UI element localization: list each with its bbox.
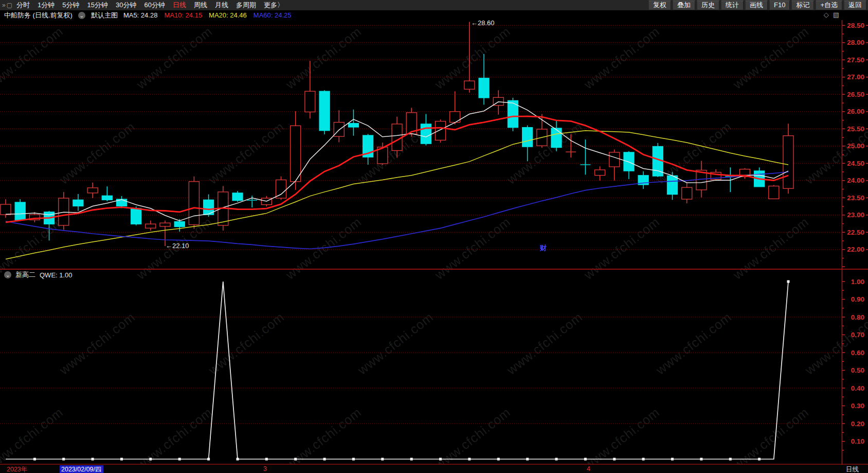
ma20-label: MA20: 24.46	[209, 11, 247, 19]
top-toolbar: »▢ 分时1分钟5分钟15分钟30分钟60分钟日线周线月线多周期更多〉 复权叠加…	[0, 0, 868, 10]
svg-text:0.90: 0.90	[851, 295, 864, 303]
tab-5min[interactable]: 5分钟	[62, 1, 79, 10]
indicator-name[interactable]: 新高二	[15, 270, 35, 279]
tab-30min[interactable]: 30分钟	[116, 1, 136, 10]
tab-15min[interactable]: 15分钟	[87, 1, 108, 10]
symbol-title: 中船防务 (日线.前复权)	[4, 11, 73, 20]
stats-button[interactable]: 统计	[721, 1, 744, 10]
time-axis: 2023年 2023/02/09/四 3 4 日线	[0, 465, 868, 473]
toolbar-buttons: 复权叠加历史统计画线F10标记+自选返回	[648, 1, 868, 10]
split-view-icon[interactable]: ▧	[833, 11, 839, 19]
back-button[interactable]: 返回	[844, 1, 866, 10]
qwe-line	[6, 282, 788, 459]
svg-text:24.00: 24.00	[847, 177, 864, 184]
chevron-down-icon[interactable]: ⌄	[4, 271, 11, 278]
low-price-annotation: ←22.10	[166, 242, 189, 250]
tab-1min[interactable]: 1分钟	[38, 1, 55, 10]
tab-intraday[interactable]: 分时	[16, 1, 30, 10]
svg-text:0.10: 0.10	[851, 437, 864, 445]
diamond-icon[interactable]: ◇	[824, 11, 829, 19]
tab-monthly[interactable]: 月线	[215, 1, 228, 10]
svg-text:0.80: 0.80	[851, 313, 864, 321]
svg-text:23.00: 23.00	[847, 211, 864, 219]
year-label: 2023年	[7, 465, 27, 473]
main-overlay-label[interactable]: 默认主图	[91, 11, 118, 20]
svg-text:0.20: 0.20	[851, 420, 864, 428]
tab-weekly[interactable]: 周线	[194, 1, 207, 10]
svg-text:28.50: 28.50	[847, 22, 864, 29]
window-controls[interactable]: »▢	[0, 2, 16, 9]
svg-text:22.50: 22.50	[847, 229, 864, 236]
tab-60min[interactable]: 60分钟	[144, 1, 165, 10]
f10-button[interactable]: F10	[769, 1, 790, 10]
chart-corner-icons: ◇▧	[824, 11, 839, 19]
svg-text:0.40: 0.40	[851, 384, 864, 392]
draw-line-button[interactable]: 画线	[745, 1, 768, 10]
month-label: 4	[587, 465, 590, 472]
svg-text:0.70: 0.70	[851, 331, 864, 339]
mark-button[interactable]: 标记	[791, 1, 814, 10]
finance-event-marker[interactable]: 财	[540, 243, 547, 253]
double-arrow-icon[interactable]: »	[2, 2, 6, 9]
overlay-button[interactable]: 叠加	[673, 1, 695, 10]
svg-text:22.00: 22.00	[847, 246, 864, 253]
ma60-label: MA60: 24.25	[254, 11, 292, 19]
window-icon[interactable]: ▢	[7, 2, 12, 9]
svg-text:24.50: 24.50	[847, 160, 864, 167]
ma10-label: MA10: 24.15	[164, 11, 202, 19]
indicator-header: ⌄ 新高二 QWE: 1.00	[4, 270, 73, 279]
indicator-value: QWE: 1.00	[40, 271, 73, 279]
chevron-down-icon[interactable]: ⌄	[78, 12, 85, 19]
add-watchlist-button[interactable]: +自选	[816, 1, 842, 10]
svg-text:26.50: 26.50	[847, 91, 864, 98]
kline-chart[interactable]: 28.5028.0027.5027.0026.5026.0025.5025.00…	[0, 0, 868, 473]
svg-text:27.50: 27.50	[847, 56, 864, 64]
svg-text:0.30: 0.30	[851, 402, 864, 410]
svg-text:25.00: 25.00	[847, 142, 864, 150]
svg-text:27.00: 27.00	[847, 73, 864, 81]
adjust-price-button[interactable]: 复权	[648, 1, 671, 10]
candles	[1, 22, 793, 247]
svg-text:23.50: 23.50	[847, 194, 864, 202]
tab-daily[interactable]: 日线	[173, 1, 186, 10]
svg-text:0.50: 0.50	[851, 366, 864, 374]
period-label: 日线	[846, 465, 859, 473]
period-tab-bar: 分时1分钟5分钟15分钟30分钟60分钟日线周线月线多周期更多〉	[16, 1, 284, 10]
tab-multi-period[interactable]: 多周期	[236, 1, 256, 10]
svg-text:28.00: 28.00	[847, 39, 864, 46]
chart-header: 中船防务 (日线.前复权) ⌄ 默认主图 MA5: 24.28MA10: 24.…	[0, 10, 868, 20]
selected-date-chip[interactable]: 2023/02/09/四	[60, 465, 103, 473]
high-price-annotation: ←28.60	[471, 19, 495, 27]
ma-value-labels: MA5: 24.28MA10: 24.15MA20: 24.46MA60: 24…	[123, 11, 292, 19]
month-label: 3	[263, 465, 267, 472]
svg-text:25.50: 25.50	[847, 125, 864, 133]
ma5-label: MA5: 24.28	[123, 11, 158, 19]
history-button[interactable]: 历史	[697, 1, 719, 10]
svg-text:0.60: 0.60	[851, 349, 864, 357]
svg-text:26.00: 26.00	[847, 108, 864, 115]
svg-text:1.00: 1.00	[851, 278, 864, 286]
tab-more[interactable]: 更多〉	[264, 1, 284, 10]
